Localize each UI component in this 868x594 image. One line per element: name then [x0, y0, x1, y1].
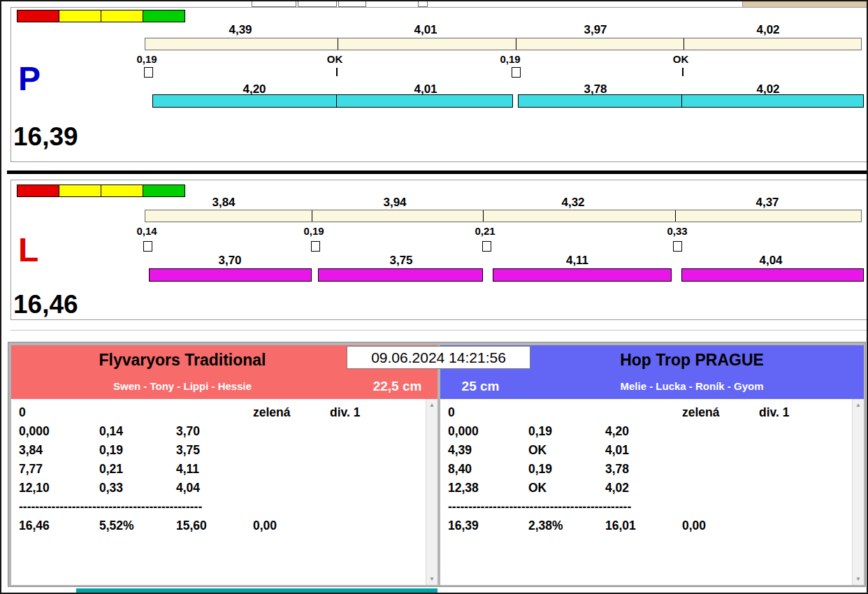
result-row: ----------------------------------------… — [440, 500, 851, 519]
result-cell: 5,52% — [99, 519, 134, 533]
app-window: 4,39 4,01 3,97 4,02 0,19 OK 0,19 OK 4,20… — [0, 0, 868, 594]
lane-panel-l: 3,84 3,94 4,32 4,37 0,14 0,19 0,21 0,33 … — [10, 180, 868, 320]
results-memo-left[interactable]: 0zelenádiv. 10,0000,143,703,840,193,757,… — [11, 399, 437, 585]
result-cell: 4,04 — [176, 481, 200, 495]
split-time-label: 3,70 — [195, 254, 265, 268]
datetime-display: 09.06.2024 14:21:56 — [347, 346, 530, 369]
result-cell: 0,19 — [528, 462, 552, 477]
lane-progress-segment — [152, 94, 337, 108]
result-cell: 4,02 — [605, 481, 629, 495]
result-cell: 4,01 — [605, 443, 629, 458]
mark-label: 0,14 — [119, 225, 175, 237]
status-light-red — [17, 10, 59, 22]
scrollbar[interactable]: ▲ ▼ — [852, 399, 864, 585]
result-cell: 0,14 — [99, 424, 123, 439]
lane-progress-segment — [493, 268, 672, 282]
scrollbar[interactable]: ▲ ▼ — [426, 399, 437, 585]
result-cell: div. 1 — [759, 405, 789, 420]
split-time-label: 4,39 — [205, 23, 275, 37]
result-cell: 4,11 — [176, 462, 199, 477]
marker-box — [512, 67, 521, 78]
result-cell: 8,40 — [448, 462, 472, 477]
status-light-yellow-1 — [59, 10, 101, 22]
mark-label: 0,21 — [457, 225, 513, 237]
result-cell: 4,20 — [605, 424, 629, 439]
lane-label: L — [18, 233, 38, 267]
results-table: 0zelenádiv. 10,0000,143,703,840,193,757,… — [11, 405, 425, 585]
team-line-size: 22,5 cm — [357, 379, 437, 394]
result-cell: div. 1 — [330, 405, 360, 420]
team-members: Melie - Lucka - Roník - Gyom — [521, 380, 863, 392]
team-line-size: 25 cm — [444, 379, 517, 394]
track-divider — [516, 38, 516, 50]
panel-separator-line — [10, 330, 868, 331]
result-row: 0,0000,143,70 — [11, 424, 425, 443]
lane-progress-segment — [149, 268, 312, 282]
marker-box — [673, 241, 682, 252]
result-cell: 15,60 — [176, 519, 207, 533]
status-light-green — [143, 10, 185, 22]
split-time-label: 3,94 — [360, 196, 430, 210]
results-panel: Flyvaryors Traditional Swen - Tony - Lip… — [8, 342, 866, 587]
result-cell: 0,19 — [528, 424, 552, 439]
results-memo-right[interactable]: 0zelenádiv. 10,0000,194,204,39OK4,018,40… — [440, 399, 864, 585]
split-time-label: 4,32 — [538, 196, 608, 210]
status-light-green — [143, 184, 185, 197]
result-cell: OK — [528, 481, 547, 495]
result-cell: OK — [528, 443, 547, 458]
results-table: 0zelenádiv. 10,0000,194,204,39OK4,018,40… — [440, 405, 851, 585]
marker-box — [482, 241, 491, 252]
scroll-down-icon[interactable]: ▼ — [853, 573, 864, 585]
mark-label: 0,33 — [649, 225, 705, 237]
background-window-fragment — [252, 1, 296, 7]
team-members: Swen - Tony - Lippi - Hessie — [11, 380, 354, 392]
result-cell: 2,38% — [528, 519, 563, 533]
result-cell: ----------------------------------------… — [448, 500, 631, 514]
mark-label: 0,19 — [119, 53, 175, 65]
lane-progress-segment — [681, 268, 864, 282]
result-cell: 16,01 — [605, 519, 636, 533]
lane-panel-p: 4,39 4,01 3,97 4,02 0,19 OK 0,19 OK 4,20… — [10, 7, 868, 162]
result-cell: ----------------------------------------… — [19, 500, 202, 514]
result-cell: 12,10 — [19, 481, 50, 495]
result-cell: 0 — [19, 405, 26, 420]
result-cell: 12,38 — [448, 481, 479, 495]
track-divider — [312, 210, 312, 222]
result-cell: 0,33 — [99, 481, 123, 495]
lane-label: P — [18, 62, 41, 96]
background-window-fragment — [418, 1, 428, 7]
lane-progress-segment — [318, 268, 483, 282]
result-cell: 4,39 — [448, 443, 472, 458]
track-divider — [675, 210, 676, 222]
track-divider — [338, 38, 338, 50]
split-time-label: 4,04 — [736, 254, 806, 268]
result-row: ----------------------------------------… — [11, 500, 425, 519]
split-time-label: 3,84 — [189, 196, 259, 210]
result-cell: 16,46 — [19, 519, 50, 533]
mark-label: OK — [307, 53, 363, 65]
marker-box — [143, 241, 152, 252]
time-track — [145, 210, 862, 222]
lane-total-time: 16,39 — [13, 123, 78, 151]
result-row: 3,840,193,75 — [11, 443, 425, 462]
status-lights — [17, 184, 185, 197]
status-light-yellow-1 — [59, 184, 101, 197]
background-window-fragment — [338, 1, 366, 7]
team-name: Hop Trop PRAGUE — [521, 351, 863, 370]
scroll-up-icon[interactable]: ▲ — [853, 399, 864, 411]
result-cell: 0,000 — [19, 424, 50, 439]
ok-tick — [682, 68, 683, 76]
result-row: 0zelenádiv. 1 — [440, 405, 851, 424]
split-time-label: 3,97 — [560, 23, 630, 37]
scroll-down-icon[interactable]: ▼ — [426, 573, 437, 585]
background-taskbar-strip — [76, 588, 437, 594]
lane-total-time: 16,46 — [13, 291, 78, 319]
result-row: 16,465,52%15,600,00 — [11, 519, 425, 537]
track-divider — [483, 210, 484, 222]
scroll-up-icon[interactable]: ▲ — [426, 399, 437, 411]
status-lights — [17, 10, 185, 22]
result-row: 16,392,38%16,010,00 — [440, 519, 851, 537]
split-time-label: 4,37 — [732, 196, 802, 210]
background-window-fragment — [298, 1, 337, 7]
split-time-label: 3,75 — [366, 254, 436, 268]
